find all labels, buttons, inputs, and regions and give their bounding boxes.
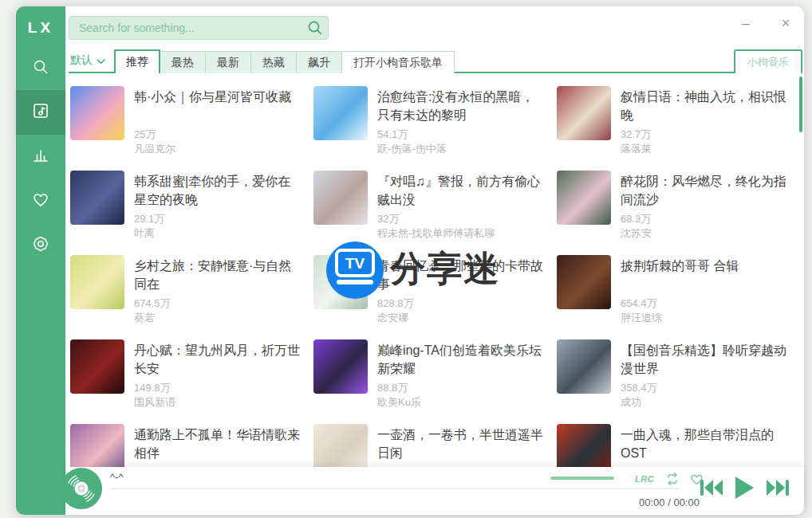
- playlist-author: 落落莱: [621, 142, 652, 156]
- playlist-card[interactable]: 【国创音乐精选】聆听穿越动漫世界358.4万成功: [557, 339, 788, 424]
- tab-2[interactable]: 最新: [205, 51, 251, 73]
- playlist-card[interactable]: 披荆斩棘的哥哥 合辑654.4万胖汪追综: [557, 255, 788, 339]
- playlist-title: 【国创音乐精选】聆听穿越动漫世界: [621, 341, 790, 378]
- bar-chart-icon: [32, 147, 49, 167]
- playlist-play-count: 828.8万: [377, 296, 414, 311]
- playlist-play-count: 674.5万: [134, 296, 171, 311]
- playlist-cover[interactable]: [313, 86, 368, 140]
- sidebar: LX: [16, 6, 65, 515]
- tab-1[interactable]: 最热: [160, 51, 206, 73]
- playlist-cover[interactable]: [313, 171, 368, 225]
- playlist-title: 披荆斩棘的哥哥 合辑: [621, 257, 790, 275]
- playlist-play-count: 32万: [377, 212, 399, 226]
- playlist-grid: 韩·小众｜你与星河皆可收藏25万凡温克尔治愈纯音:没有永恒的黑暗，只有未达的黎明…: [70, 86, 792, 467]
- playlist-card[interactable]: 一壶酒，一卷书，半世逍遥半日闲: [313, 424, 545, 467]
- playlist-cover[interactable]: [557, 171, 611, 225]
- playlist-play-count: 654.4万: [621, 296, 657, 311]
- chevron-down-icon: [97, 54, 105, 67]
- board-select-dropdown[interactable]: 默认: [70, 49, 105, 72]
- playlist-author: 凡温克尔: [134, 142, 175, 156]
- playlist-cover[interactable]: [557, 86, 611, 140]
- playlist-cover[interactable]: [313, 424, 368, 467]
- search-input[interactable]: [69, 16, 329, 40]
- sidebar-item-online-music[interactable]: [16, 90, 65, 135]
- playlist-cover[interactable]: [70, 86, 124, 140]
- next-track-button[interactable]: [766, 479, 790, 500]
- playlist-play-count: 54.1万: [377, 128, 408, 142]
- close-button[interactable]: ×: [775, 13, 797, 35]
- scrollbar-thumb[interactable]: [799, 77, 802, 132]
- board-select-label: 默认: [70, 53, 93, 68]
- playlist-title: 通勤路上不孤单！华语情歌来相伴: [134, 426, 303, 462]
- playlist-author: 程未然-找歌单师傅请私聊: [377, 226, 495, 241]
- playlist-title: 醉花阴：风华燃尽，终化为指间流沙: [621, 172, 790, 209]
- playlist-card[interactable]: 丹心赋：望九州风月，祈万世长安149.8万国风新语: [70, 339, 302, 424]
- lyrics-icon[interactable]: LRC: [635, 474, 654, 484]
- player-mini-icons: LRC: [635, 472, 704, 486]
- app-window: LX – × 默认 推荐最热最新热藏飙升打开小枸音乐歌单 小枸音乐 韩·小众｜你…: [16, 6, 804, 515]
- playlist-cover[interactable]: [70, 171, 124, 225]
- playlist-title: 巅峰ing-TA们创造着欧美乐坛新荣耀: [377, 341, 546, 378]
- tab-0[interactable]: 推荐: [114, 49, 160, 73]
- playlist-cover[interactable]: [557, 424, 611, 467]
- playlist-play-count: 88.8万: [377, 381, 408, 395]
- playlist-card[interactable]: 巅峰ing-TA们创造着欧美乐坛新荣耀88.8万欧美Ku乐: [313, 339, 545, 424]
- sidebar-item-favorites[interactable]: [16, 179, 65, 224]
- playlist-author: 欧美Ku乐: [377, 395, 421, 410]
- playlist-card[interactable]: 青春回忆杀：那些年的卡带故事828.8万念安娜: [313, 255, 545, 339]
- seek-bar[interactable]: [110, 488, 680, 489]
- playlist-card[interactable]: 『对唱♫』警报，前方有偷心贼出没32万程未然-找歌单师傅请私聊: [313, 171, 545, 255]
- sidebar-item-search[interactable]: [16, 46, 65, 91]
- playlist-play-count: 25万: [134, 128, 156, 142]
- sidebar-item-settings[interactable]: [16, 223, 65, 268]
- playlist-cover[interactable]: [70, 424, 124, 467]
- playlist-cover[interactable]: [557, 255, 611, 309]
- playlist-title: 『对唱♫』警报，前方有偷心贼出没: [377, 172, 546, 209]
- search-submit-icon[interactable]: [306, 19, 324, 37]
- volume-slider[interactable]: [550, 477, 614, 480]
- playlist-card[interactable]: 通勤路上不孤单！华语情歌来相伴: [70, 424, 302, 467]
- playlist-title: 乡村之旅：安静惬意·与自然同在: [134, 257, 303, 293]
- playlist-card[interactable]: 韩系甜蜜|牵你的手，爱你在星空的夜晚29.1万叶离: [70, 171, 302, 255]
- playlist-author: 念安娜: [377, 311, 408, 325]
- playlist-title: 一曲入魂，那些自带泪点的OST: [621, 426, 790, 462]
- playlist-card[interactable]: 治愈纯音:没有永恒的黑暗，只有未达的黎明54.1万跃-伤落-伤中落: [313, 86, 545, 171]
- player-bar: ^-^ LRC 00:00 / 00:00: [65, 467, 804, 515]
- playlist-play-count: 32.7万: [621, 128, 651, 142]
- tab-source-xiaogou[interactable]: 小枸音乐: [734, 49, 802, 73]
- playlist-author: 成功: [621, 395, 641, 410]
- previous-track-button[interactable]: [700, 479, 723, 500]
- playlist-title: 叙情日语：神曲入坑，相识恨晚: [621, 88, 790, 124]
- playlist-card[interactable]: 乡村之旅：安静惬意·与自然同在674.5万葵若: [70, 255, 302, 339]
- playlist-cover[interactable]: [313, 255, 368, 309]
- playlist-cover[interactable]: [313, 339, 368, 394]
- gear-icon: [32, 235, 49, 256]
- playlist-card[interactable]: 叙情日语：神曲入坑，相识恨晚32.7万落落莱: [557, 86, 788, 171]
- playlist-card[interactable]: 醉花阴：风华燃尽，终化为指间流沙68.3万沈苏安: [557, 171, 788, 255]
- album-disc-icon[interactable]: [61, 468, 102, 509]
- playlist-author: 沈苏安: [621, 226, 652, 241]
- playlist-card[interactable]: 一曲入魂，那些自带泪点的OST: [557, 424, 788, 467]
- playlist-author: 跃-伤落-伤中落: [377, 142, 447, 156]
- playlist-play-count: 358.4万: [621, 381, 657, 395]
- playlist-card[interactable]: 韩·小众｜你与星河皆可收藏25万凡温克尔: [70, 86, 302, 171]
- tab-4[interactable]: 飙升: [296, 51, 342, 73]
- playlist-author: 叶离: [134, 226, 155, 241]
- play-button[interactable]: [734, 476, 755, 503]
- repeat-icon[interactable]: [665, 473, 680, 485]
- app-logo: LX: [16, 19, 65, 37]
- playlist-author: 胖汪追综: [621, 311, 662, 325]
- playlist-author: 葵若: [134, 311, 155, 325]
- playlist-play-count: 29.1万: [134, 212, 164, 226]
- sidebar-item-leaderboard[interactable]: [16, 135, 65, 179]
- playlist-cover[interactable]: [70, 255, 124, 309]
- music-note-icon: [32, 102, 49, 123]
- playlist-cover[interactable]: [70, 339, 124, 394]
- minimize-button[interactable]: –: [735, 13, 757, 35]
- playlist-cover[interactable]: [557, 339, 611, 394]
- tab-5[interactable]: 打开小枸音乐歌单: [341, 51, 455, 73]
- tab-3[interactable]: 热藏: [250, 51, 297, 73]
- playlist-author: 国风新语: [134, 395, 175, 410]
- tab-row: 推荐最热最新热藏飙升打开小枸音乐歌单: [114, 49, 454, 73]
- search-icon: [32, 58, 49, 79]
